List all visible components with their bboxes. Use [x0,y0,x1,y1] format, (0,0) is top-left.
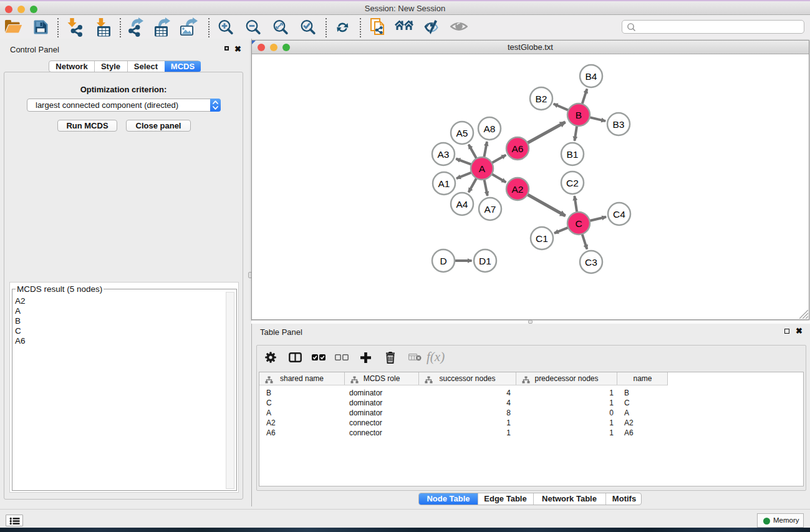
svg-text:B: B [576,110,582,120]
svg-text:B1: B1 [567,149,579,160]
svg-text:C: C [575,218,582,229]
svg-text:B2: B2 [536,94,547,104]
svg-text:A3: A3 [438,149,450,160]
svg-text:C2: C2 [566,178,579,188]
svg-text:C1: C1 [536,233,548,244]
svg-text:A7: A7 [485,204,496,215]
svg-text:A6: A6 [512,143,524,154]
svg-text:B3: B3 [613,119,625,130]
svg-text:A1: A1 [438,178,450,189]
svg-text:f(x): f(x) [427,349,445,364]
svg-text:C3: C3 [585,257,597,268]
svg-text:C4: C4 [613,209,625,220]
svg-text:D1: D1 [479,256,491,266]
svg-text:B4: B4 [586,71,597,82]
svg-text:A2: A2 [512,184,524,195]
svg-text:D: D [440,256,446,266]
svg-text:A5: A5 [456,128,468,138]
svg-text:A8: A8 [484,123,496,134]
svg-text:A4: A4 [456,199,468,210]
svg-text:A: A [479,163,486,174]
